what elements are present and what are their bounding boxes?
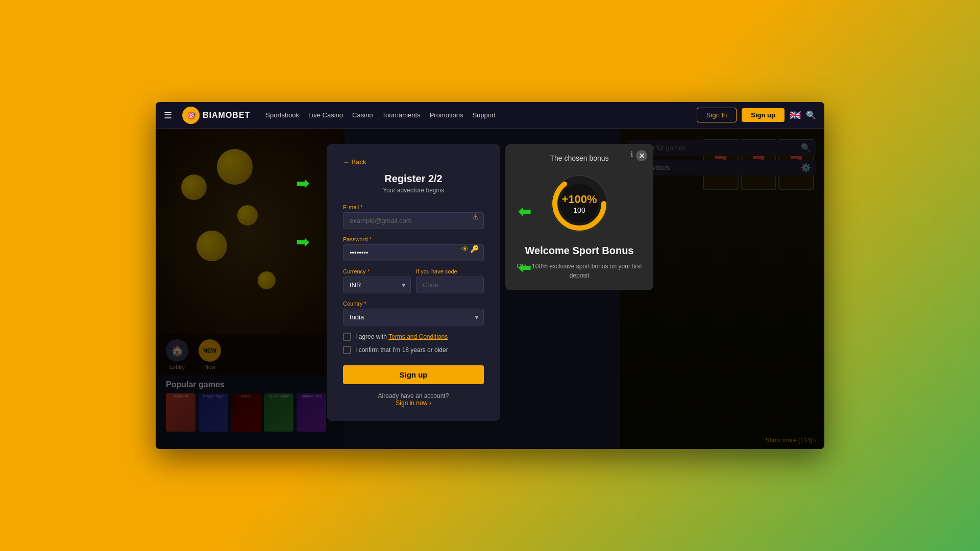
signin-button[interactable]: Sign In: [697, 108, 737, 122]
bonus-gauge: +100% 100: [546, 170, 612, 237]
country-label: Country *: [343, 300, 484, 307]
search-nav-icon[interactable]: 🔍: [806, 110, 816, 120]
logo[interactable]: 🎯 BIAMOBET: [182, 107, 250, 124]
nav-live-casino[interactable]: Live Casino: [308, 111, 343, 119]
currency-select[interactable]: INR USD EUR: [343, 277, 411, 293]
nav-actions: Sign In Sign up 🇬🇧 🔍: [697, 108, 816, 122]
bonus-main-title: Welcome Sport Bonus: [516, 245, 643, 257]
nav-promotions[interactable]: Promotions: [430, 111, 463, 119]
password-form-group: Password * 👁 🔑: [343, 236, 484, 261]
nav-casino[interactable]: Casino: [352, 111, 373, 119]
language-selector[interactable]: 🇬🇧: [790, 110, 801, 121]
bonus-close-button[interactable]: ✕: [636, 150, 647, 161]
age-checkbox-row: I confirm that I'm 18 years or older: [343, 346, 484, 354]
signup-modal-button[interactable]: Sign up: [343, 365, 484, 384]
bonus-description: Get +100% exclusive sport bonus on your …: [516, 262, 643, 280]
bonus-info-icon[interactable]: ℹ: [630, 150, 633, 158]
country-select[interactable]: India USA UK: [343, 309, 484, 325]
nav-support[interactable]: Support: [472, 111, 496, 119]
country-form-group: Country * India USA UK ▼: [343, 300, 484, 325]
main-content: 🏠 Lobby NEW New Popular games TeenPatti …: [156, 129, 824, 449]
logo-icon: 🎯: [182, 107, 200, 124]
email-form-group: E-mail * ⚠: [343, 204, 484, 229]
email-input[interactable]: [343, 212, 484, 229]
logo-text: BIAMOBET: [203, 111, 250, 120]
bonus-percent: +100%: [561, 193, 597, 206]
hamburger-menu-icon[interactable]: ☰: [164, 110, 172, 121]
arrow-password: ⬅: [518, 203, 531, 220]
register-modal: ← Back Register 2/2 Your adventure begin…: [327, 144, 500, 421]
terms-checkbox-row: I agree with Terms and Conditions: [343, 333, 484, 341]
terms-checkbox[interactable]: [343, 333, 351, 341]
password-eye-icon[interactable]: 👁: [461, 245, 469, 253]
password-lock-icon: 🔑: [470, 245, 479, 253]
modal-subtitle: Your adventure begins: [343, 187, 484, 194]
currency-label: Currency *: [343, 268, 411, 274]
browser-window: ☰ 🎯 BIAMOBET Sportsbook Live Casino Casi…: [156, 102, 824, 449]
nav-tournaments[interactable]: Tournaments: [382, 111, 421, 119]
modal-title: Register 2/2: [343, 173, 484, 185]
signup-nav-button[interactable]: Sign up: [742, 108, 785, 122]
age-checkbox[interactable]: [343, 346, 351, 354]
code-col: If you have code: [416, 268, 484, 293]
navbar: ☰ 🎯 BIAMOBET Sportsbook Live Casino Casi…: [156, 102, 824, 129]
arrow-country: ⬅: [518, 259, 531, 277]
code-label: If you have code: [416, 268, 484, 274]
currency-code-row: Currency * INR USD EUR ▼: [343, 268, 484, 293]
email-label: E-mail *: [343, 204, 484, 210]
already-account-text: Already have an account? Sign in now ›: [343, 392, 484, 407]
modals-container: ➡ ⬅ ➡ ⬅ ← Back Register 2/2 Your adventu…: [327, 144, 653, 421]
arrow-email: ➡: [296, 174, 309, 192]
email-check-icon: ⚠: [472, 213, 479, 221]
currency-col: Currency * INR USD EUR ▼: [343, 268, 411, 293]
password-label: Password *: [343, 236, 484, 242]
bonus-number: 100: [561, 206, 597, 214]
terms-link[interactable]: Terms and Conditions: [388, 333, 448, 340]
back-button[interactable]: ← Back: [343, 158, 484, 166]
nav-sportsbook[interactable]: Sportsbook: [265, 111, 299, 119]
modal-overlay: ➡ ⬅ ➡ ⬅ ← Back Register 2/2 Your adventu…: [156, 129, 824, 449]
arrow-currency: ➡: [296, 233, 309, 251]
bonus-panel-title: The chosen bonus: [516, 154, 643, 162]
signin-link[interactable]: Sign in now ›: [396, 399, 431, 407]
age-label: I confirm that I'm 18 years or older: [355, 346, 448, 354]
code-input[interactable]: [416, 277, 484, 293]
terms-label: I agree with Terms and Conditions: [355, 333, 448, 340]
nav-links: Sportsbook Live Casino Casino Tournament…: [265, 111, 496, 119]
bonus-gauge-text: +100% 100: [561, 193, 597, 214]
